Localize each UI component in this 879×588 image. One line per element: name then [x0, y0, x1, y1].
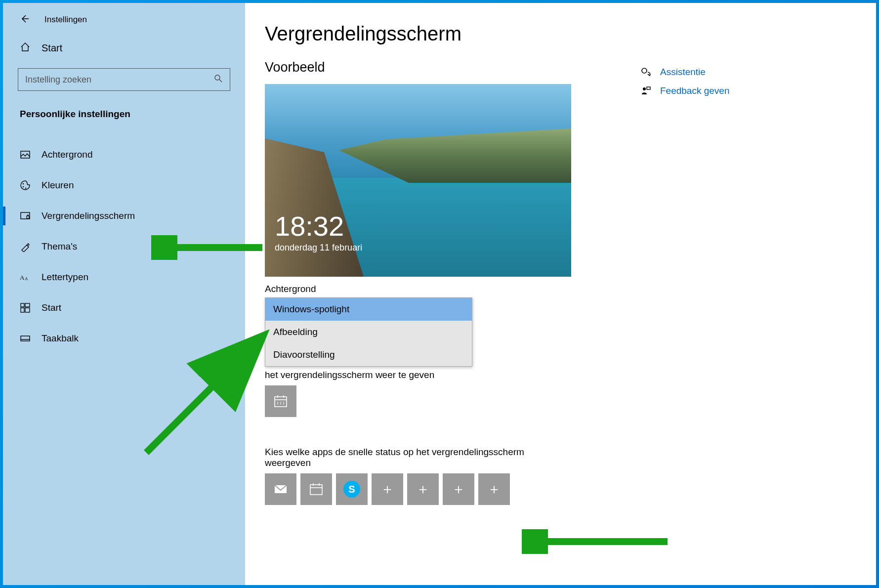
quick-app-mail[interactable]: [265, 473, 296, 505]
home-icon: [20, 42, 31, 54]
nav-item-label: Thema's: [42, 241, 77, 252]
quick-status-label: Kies welke apps de snelle status op het …: [265, 447, 551, 468]
nav-item-taakbalk[interactable]: Taakbalk: [3, 323, 245, 354]
plus-icon: ＋: [487, 480, 501, 499]
dropdown-option-diavoorstelling[interactable]: Diavoorstelling: [265, 343, 472, 366]
detail-status-text: het vergrendelingsscherm weer te geven: [265, 370, 591, 380]
help-link-label: Assistentie: [660, 67, 706, 78]
quick-app-add-1[interactable]: ＋: [372, 473, 403, 505]
page-title: Vergrendelingsscherm: [265, 23, 856, 45]
quick-app-skype[interactable]: S: [336, 473, 368, 505]
quick-status-row: S ＋ ＋ ＋ ＋: [265, 473, 601, 505]
nav-item-label: Lettertypen: [42, 272, 88, 283]
preview-date: donderdag 11 februari: [275, 243, 362, 253]
svg-point-32: [642, 68, 647, 73]
svg-rect-18: [21, 336, 30, 341]
help-link-feedback[interactable]: Feedback geven: [640, 82, 789, 100]
svg-point-4: [215, 75, 220, 80]
preview-time: 18:32: [275, 210, 344, 242]
content: Vergrendelingsscherm Voorbeeld 18:32 don…: [245, 3, 876, 585]
nav-item-label: Kleuren: [42, 180, 74, 191]
home-button[interactable]: Start: [3, 33, 245, 63]
background-dropdown[interactable]: Windows-spotlight Afbeelding Diavoorstel…: [265, 297, 472, 367]
nav-item-start[interactable]: Start: [3, 293, 245, 323]
preview-heading: Voorbeeld: [265, 60, 601, 75]
help-links: Assistentie Feedback geven: [640, 63, 789, 505]
svg-point-7: [23, 183, 24, 184]
nav-list: Achtergrond Kleuren Vergrendelingsscherm…: [3, 139, 245, 354]
quick-app-calendar[interactable]: [300, 473, 332, 505]
back-icon[interactable]: [20, 14, 30, 26]
nav-item-label: Start: [42, 302, 61, 313]
app-title: Instellingen: [44, 15, 87, 25]
main-column: Voorbeeld 18:32 donderdag 11 februari Ac…: [265, 60, 601, 505]
nav-item-vergrendelingsscherm[interactable]: Vergrendelingsscherm: [3, 201, 245, 231]
svg-point-33: [643, 87, 646, 90]
nav-item-label: Vergrendelingsscherm: [42, 210, 135, 221]
svg-rect-14: [21, 303, 24, 307]
settings-window: Instellingen Start Persoonlijke instelli…: [3, 3, 876, 585]
plus-icon: ＋: [416, 480, 430, 499]
svg-rect-28: [310, 485, 322, 495]
detail-app-calendar[interactable]: [265, 385, 296, 417]
nav-item-achtergrond[interactable]: Achtergrond: [3, 139, 245, 170]
quick-app-add-3[interactable]: ＋: [443, 473, 474, 505]
help-link-label: Feedback geven: [660, 85, 730, 96]
category-label: Persoonlijke instellingen: [3, 100, 245, 125]
detail-app-row: [265, 385, 601, 417]
dropdown-option-spotlight[interactable]: Windows-spotlight: [265, 298, 472, 321]
nav-item-label: Taakbalk: [42, 333, 79, 344]
svg-point-9: [25, 188, 26, 189]
svg-rect-11: [27, 216, 29, 218]
nav-item-themas[interactable]: Thema's: [3, 231, 245, 262]
nav-item-lettertypen[interactable]: AA Lettertypen: [3, 262, 245, 293]
svg-rect-16: [21, 308, 24, 312]
quick-app-add-4[interactable]: ＋: [478, 473, 510, 505]
svg-point-8: [23, 186, 24, 187]
help-link-assistentie[interactable]: Assistentie: [640, 63, 789, 82]
plus-icon: ＋: [452, 480, 465, 499]
nav-item-label: Achtergrond: [42, 149, 93, 160]
nav-item-kleuren[interactable]: Kleuren: [3, 170, 245, 201]
lockscreen-preview: 18:32 donderdag 11 februari: [265, 84, 571, 277]
search-box[interactable]: [18, 68, 230, 91]
plus-icon: ＋: [380, 480, 394, 499]
sidebar-header: Instellingen: [3, 9, 245, 33]
svg-text:A: A: [25, 276, 28, 281]
search-input[interactable]: [25, 75, 214, 85]
home-label: Start: [42, 42, 62, 54]
svg-rect-17: [25, 308, 30, 312]
quick-app-add-2[interactable]: ＋: [407, 473, 439, 505]
skype-icon: S: [343, 481, 360, 498]
svg-line-5: [219, 80, 222, 82]
search-icon: [214, 74, 223, 85]
svg-rect-15: [25, 303, 30, 307]
background-label: Achtergrond: [265, 284, 601, 294]
sidebar: Instellingen Start Persoonlijke instelli…: [3, 3, 245, 585]
svg-text:A: A: [20, 274, 25, 281]
dropdown-option-afbeelding[interactable]: Afbeelding: [265, 321, 472, 343]
svg-rect-34: [647, 87, 650, 89]
